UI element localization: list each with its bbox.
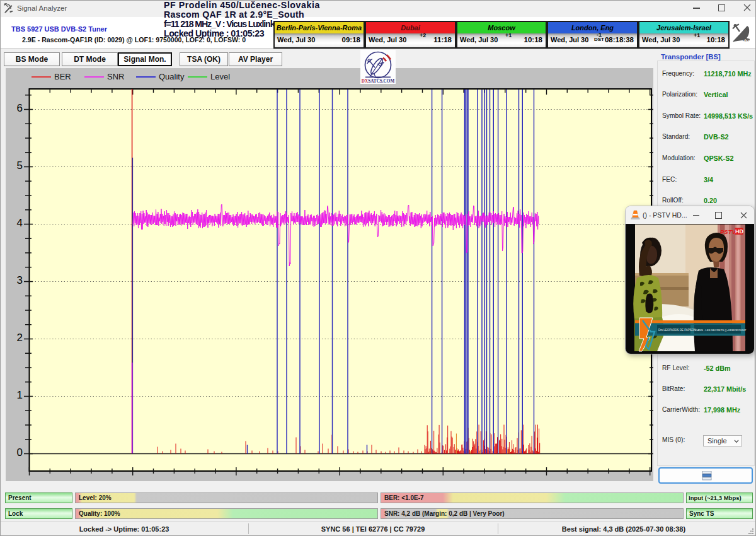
- svg-text:dxs: dxs: [744, 38, 750, 42]
- svg-text:DANS : LES SECRETS ((+24382837: DANS : LES SECRETS ((+243828370247: [696, 329, 747, 332]
- svg-text:PSTV: PSTV: [720, 228, 736, 235]
- svg-text:HD: HD: [735, 228, 743, 235]
- svg-text:Drs LEOPARDS DE PAPSON: Drs LEOPARDS DE PAPSON: [658, 329, 696, 332]
- svg-text:DXSATCS.COM: DXSATCS.COM: [362, 79, 395, 84]
